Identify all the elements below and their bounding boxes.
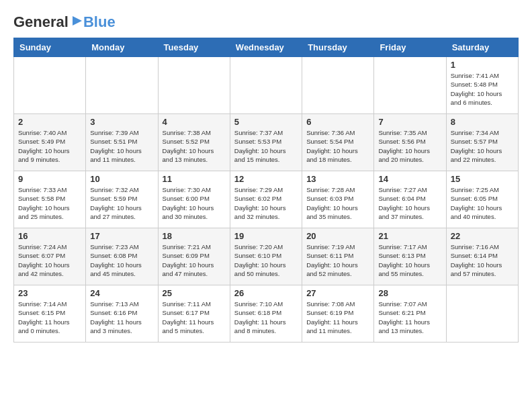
day-number: 17 [90, 231, 153, 241]
day-number: 14 [378, 174, 441, 184]
calendar-header-thursday: Thursday [302, 38, 374, 57]
calendar-header-saturday: Saturday [446, 38, 518, 57]
svg-marker-0 [73, 16, 82, 26]
calendar-cell [302, 57, 374, 114]
calendar-header-wednesday: Wednesday [230, 38, 302, 57]
calendar-cell: 25Sunrise: 7:11 AM Sunset: 6:17 PM Dayli… [158, 285, 230, 342]
day-number: 13 [306, 174, 369, 184]
calendar-cell: 20Sunrise: 7:19 AM Sunset: 6:11 PM Dayli… [302, 228, 374, 285]
calendar-cell [230, 57, 302, 114]
calendar-cell: 22Sunrise: 7:16 AM Sunset: 6:14 PM Dayli… [446, 228, 518, 285]
calendar-week-1: 2Sunrise: 7:40 AM Sunset: 5:49 PM Daylig… [14, 114, 519, 171]
day-number: 25 [163, 288, 226, 298]
calendar-cell: 16Sunrise: 7:24 AM Sunset: 6:07 PM Dayli… [14, 228, 86, 285]
day-number: 22 [451, 231, 514, 241]
day-number: 21 [378, 231, 441, 241]
day-number: 2 [18, 117, 81, 127]
calendar-cell: 8Sunrise: 7:34 AM Sunset: 5:57 PM Daylig… [446, 114, 518, 171]
day-info: Sunrise: 7:32 AM Sunset: 5:59 PM Dayligh… [90, 185, 153, 221]
day-number: 11 [163, 174, 226, 184]
calendar-cell: 26Sunrise: 7:10 AM Sunset: 6:18 PM Dayli… [230, 285, 302, 342]
logo-arrow-icon [70, 13, 85, 28]
day-number: 9 [18, 174, 81, 184]
day-info: Sunrise: 7:16 AM Sunset: 6:14 PM Dayligh… [451, 242, 514, 278]
day-number: 3 [90, 117, 153, 127]
day-info: Sunrise: 7:07 AM Sunset: 6:21 PM Dayligh… [378, 300, 441, 335]
day-info: Sunrise: 7:21 AM Sunset: 6:09 PM Dayligh… [163, 242, 226, 278]
calendar-cell: 10Sunrise: 7:32 AM Sunset: 5:59 PM Dayli… [86, 171, 158, 228]
calendar-cell: 6Sunrise: 7:36 AM Sunset: 5:54 PM Daylig… [302, 114, 374, 171]
calendar-header-row: SundayMondayTuesdayWednesdayThursdayFrid… [14, 38, 519, 57]
day-info: Sunrise: 7:41 AM Sunset: 5:48 PM Dayligh… [451, 71, 514, 107]
day-number: 24 [90, 288, 153, 298]
calendar-week-4: 23Sunrise: 7:14 AM Sunset: 6:15 PM Dayli… [14, 285, 519, 342]
day-info: Sunrise: 7:37 AM Sunset: 5:53 PM Dayligh… [234, 128, 298, 164]
day-info: Sunrise: 7:40 AM Sunset: 5:49 PM Dayligh… [18, 128, 81, 164]
calendar-cell [158, 57, 230, 114]
day-info: Sunrise: 7:35 AM Sunset: 5:56 PM Dayligh… [378, 128, 441, 164]
calendar-cell [446, 285, 518, 342]
day-number: 16 [18, 231, 81, 241]
calendar-cell [14, 57, 86, 114]
day-info: Sunrise: 7:39 AM Sunset: 5:51 PM Dayligh… [90, 128, 153, 164]
calendar-cell: 21Sunrise: 7:17 AM Sunset: 6:13 PM Dayli… [374, 228, 446, 285]
day-info: Sunrise: 7:17 AM Sunset: 6:13 PM Dayligh… [378, 242, 441, 278]
calendar-cell: 3Sunrise: 7:39 AM Sunset: 5:51 PM Daylig… [86, 114, 158, 171]
day-number: 15 [451, 174, 514, 184]
calendar-header-monday: Monday [86, 38, 158, 57]
day-info: Sunrise: 7:13 AM Sunset: 6:16 PM Dayligh… [90, 300, 153, 335]
calendar-cell: 12Sunrise: 7:29 AM Sunset: 6:02 PM Dayli… [230, 171, 302, 228]
calendar-cell [374, 57, 446, 114]
calendar-cell: 1Sunrise: 7:41 AM Sunset: 5:48 PM Daylig… [446, 57, 518, 114]
calendar-cell: 14Sunrise: 7:27 AM Sunset: 6:04 PM Dayli… [374, 171, 446, 228]
day-number: 4 [163, 117, 226, 127]
day-info: Sunrise: 7:34 AM Sunset: 5:57 PM Dayligh… [451, 128, 514, 164]
day-number: 12 [234, 174, 298, 184]
day-number: 18 [163, 231, 226, 241]
calendar-cell: 13Sunrise: 7:28 AM Sunset: 6:03 PM Dayli… [302, 171, 374, 228]
day-info: Sunrise: 7:10 AM Sunset: 6:18 PM Dayligh… [234, 300, 298, 335]
day-info: Sunrise: 7:29 AM Sunset: 6:02 PM Dayligh… [234, 185, 298, 221]
calendar-cell: 27Sunrise: 7:08 AM Sunset: 6:19 PM Dayli… [302, 285, 374, 342]
day-info: Sunrise: 7:33 AM Sunset: 5:58 PM Dayligh… [18, 185, 81, 221]
day-number: 1 [451, 60, 514, 70]
calendar-cell: 18Sunrise: 7:21 AM Sunset: 6:09 PM Dayli… [158, 228, 230, 285]
calendar-cell: 24Sunrise: 7:13 AM Sunset: 6:16 PM Dayli… [86, 285, 158, 342]
day-info: Sunrise: 7:38 AM Sunset: 5:52 PM Dayligh… [163, 128, 226, 164]
page-header: General Blue [13, 13, 519, 31]
day-number: 7 [378, 117, 441, 127]
calendar-table: SundayMondayTuesdayWednesdayThursdayFrid… [13, 38, 519, 342]
calendar-header-sunday: Sunday [14, 38, 86, 57]
day-number: 19 [234, 231, 298, 241]
calendar-cell: 15Sunrise: 7:25 AM Sunset: 6:05 PM Dayli… [446, 171, 518, 228]
calendar-week-2: 9Sunrise: 7:33 AM Sunset: 5:58 PM Daylig… [14, 171, 519, 228]
calendar-week-3: 16Sunrise: 7:24 AM Sunset: 6:07 PM Dayli… [14, 228, 519, 285]
logo-blue: Blue [83, 13, 116, 31]
day-info: Sunrise: 7:25 AM Sunset: 6:05 PM Dayligh… [451, 185, 514, 221]
day-info: Sunrise: 7:20 AM Sunset: 6:10 PM Dayligh… [234, 242, 298, 278]
day-info: Sunrise: 7:36 AM Sunset: 5:54 PM Dayligh… [306, 128, 369, 164]
day-info: Sunrise: 7:28 AM Sunset: 6:03 PM Dayligh… [306, 185, 369, 221]
calendar-header-tuesday: Tuesday [158, 38, 230, 57]
day-info: Sunrise: 7:14 AM Sunset: 6:15 PM Dayligh… [18, 300, 81, 335]
day-number: 10 [90, 174, 153, 184]
day-info: Sunrise: 7:24 AM Sunset: 6:07 PM Dayligh… [18, 242, 81, 278]
day-number: 5 [234, 117, 298, 127]
day-info: Sunrise: 7:27 AM Sunset: 6:04 PM Dayligh… [378, 185, 441, 221]
logo: General Blue [13, 13, 116, 31]
logo-general: General [13, 13, 69, 30]
day-number: 8 [451, 117, 514, 127]
calendar-cell: 5Sunrise: 7:37 AM Sunset: 5:53 PM Daylig… [230, 114, 302, 171]
calendar-cell: 23Sunrise: 7:14 AM Sunset: 6:15 PM Dayli… [14, 285, 86, 342]
day-number: 27 [306, 288, 369, 298]
calendar-week-0: 1Sunrise: 7:41 AM Sunset: 5:48 PM Daylig… [14, 57, 519, 114]
calendar-cell: 4Sunrise: 7:38 AM Sunset: 5:52 PM Daylig… [158, 114, 230, 171]
day-number: 28 [378, 288, 441, 298]
day-info: Sunrise: 7:11 AM Sunset: 6:17 PM Dayligh… [163, 300, 226, 335]
day-number: 26 [234, 288, 298, 298]
day-number: 6 [306, 117, 369, 127]
calendar-cell: 7Sunrise: 7:35 AM Sunset: 5:56 PM Daylig… [374, 114, 446, 171]
calendar-cell: 11Sunrise: 7:30 AM Sunset: 6:00 PM Dayli… [158, 171, 230, 228]
calendar-cell: 9Sunrise: 7:33 AM Sunset: 5:58 PM Daylig… [14, 171, 86, 228]
calendar-header-friday: Friday [374, 38, 446, 57]
